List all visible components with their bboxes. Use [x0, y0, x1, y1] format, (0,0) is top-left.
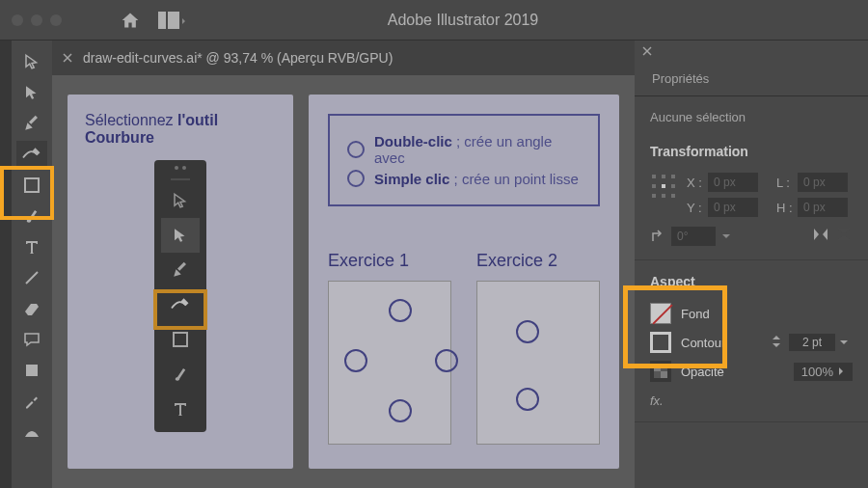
svg-line-3: [26, 272, 38, 284]
h-label: H :: [776, 201, 794, 215]
y-input[interactable]: [708, 198, 758, 217]
x-input[interactable]: [708, 173, 758, 192]
instruction-heading: Sélectionnez l'outil Courbure: [85, 112, 276, 147]
curvature-tool-icon[interactable]: [16, 141, 47, 168]
titlebar: Adobe Illustrator 2019: [0, 0, 868, 41]
height-input[interactable]: [798, 198, 848, 217]
exercise-title: Exercice 1: [328, 251, 451, 271]
gradient-tool-icon[interactable]: [16, 419, 47, 446]
canvas: Sélectionnez l'outil Courbure: [52, 75, 635, 488]
eyedropper-tool-icon[interactable]: [16, 388, 47, 415]
l-label: L :: [776, 176, 794, 190]
exercise-2-canvas: [476, 281, 600, 445]
stroke-dropdown-icon[interactable]: [839, 336, 853, 350]
flip-horizontal-icon[interactable]: [812, 227, 829, 242]
selection-tool-icon[interactable]: [16, 48, 47, 75]
pen-tool-icon[interactable]: [16, 110, 47, 137]
svg-rect-4: [26, 365, 38, 376]
reference-point-icon[interactable]: [650, 173, 677, 200]
svg-rect-8: [174, 333, 187, 346]
mini-curvature-highlight: [153, 289, 207, 330]
properties-panel: Propriétés Aucune sélection Transformati…: [635, 41, 868, 488]
artboard-tool-icon[interactable]: [16, 357, 47, 384]
y-label: Y :: [687, 201, 704, 215]
opacity-value[interactable]: 100%: [801, 365, 833, 379]
bullet-circle-icon: [347, 170, 365, 187]
exercise-title: Exercice 2: [476, 251, 600, 271]
zoom-dot[interactable]: [50, 14, 62, 26]
close-dot[interactable]: [12, 14, 23, 26]
svg-rect-13: [671, 175, 675, 178]
svg-rect-2: [25, 178, 39, 192]
svg-rect-18: [662, 194, 665, 198]
svg-rect-16: [671, 184, 675, 188]
stroke-weight-value[interactable]: 2 pt: [793, 336, 831, 349]
exercise-2: Exercice 2: [476, 251, 600, 445]
document-tabbar: draw-edit-curves.ai* @ 93,74 % (Aperçu R…: [52, 41, 635, 75]
exercise-1-canvas: [328, 281, 451, 445]
chevron-right-icon[interactable]: [837, 366, 845, 376]
flip-vertical-icon[interactable]: [835, 227, 853, 242]
toolbar: [12, 41, 52, 488]
mini-pen-icon: [161, 253, 200, 287]
transform-title: Transformation: [650, 144, 853, 159]
mini-brush-icon: [161, 357, 200, 392]
svg-rect-0: [158, 12, 166, 29]
selection-section: Aucune sélection Transformation X : L : …: [635, 96, 868, 260]
svg-rect-15: [662, 184, 665, 188]
mini-selection-icon: [161, 183, 200, 218]
comment-tool-icon[interactable]: [16, 326, 47, 353]
tab-close-icon[interactable]: [60, 50, 75, 66]
rectangle-tool-icon[interactable]: [16, 172, 47, 199]
svg-rect-22: [661, 371, 667, 378]
svg-rect-12: [662, 175, 665, 178]
left-strip: [0, 41, 12, 488]
eraser-tool-icon[interactable]: [16, 295, 47, 322]
selection-info: Aucune sélection: [650, 110, 853, 124]
svg-rect-11: [652, 175, 656, 178]
mini-direct-selection-icon: [161, 218, 200, 253]
svg-rect-1: [168, 12, 179, 29]
bullet-circle-icon: [347, 141, 365, 158]
minimize-dot[interactable]: [31, 14, 42, 26]
instruction-card-right: Double-clic ; crée un angle avec Simple …: [309, 95, 619, 469]
mini-toolbar: [154, 160, 206, 432]
fx-label[interactable]: fx.: [650, 393, 853, 408]
tab-properties[interactable]: Propriétés: [635, 62, 726, 95]
width-input[interactable]: [798, 173, 848, 192]
instruction-card-left: Sélectionnez l'outil Courbure: [68, 95, 293, 469]
panel-close-icon[interactable]: [635, 41, 868, 62]
svg-rect-19: [671, 194, 675, 198]
mini-type-icon: [161, 392, 200, 426]
rotate-control[interactable]: [650, 227, 731, 246]
line-tool-icon[interactable]: [16, 264, 47, 291]
home-icon[interactable]: [120, 11, 141, 30]
direct-selection-tool-icon[interactable]: [16, 79, 47, 106]
type-tool-icon[interactable]: [16, 233, 47, 260]
exercise-1: Exercice 1: [328, 251, 451, 445]
tab-label[interactable]: draw-edit-curves.ai* @ 93,74 % (Aperçu R…: [83, 50, 393, 66]
instruction-row: Double-clic ; crée un angle avec: [347, 133, 581, 166]
instruction-row: Simple clic ; crée un point lisse: [347, 170, 581, 187]
window-controls: [12, 14, 62, 26]
aspect-highlight: [623, 285, 727, 368]
stroke-stepper-icon[interactable]: [772, 333, 785, 353]
angle-input[interactable]: [671, 227, 716, 246]
brush-tool-icon[interactable]: [16, 203, 47, 230]
instruction-box: Double-clic ; crée un angle avec Simple …: [328, 114, 600, 206]
app-title: Adobe Illustrator 2019: [204, 12, 721, 29]
svg-rect-17: [652, 194, 656, 198]
x-label: X :: [687, 176, 704, 190]
svg-rect-14: [652, 184, 656, 188]
layout-switcher-icon[interactable]: [158, 12, 187, 29]
panel-tabs: Propriétés: [635, 62, 868, 96]
